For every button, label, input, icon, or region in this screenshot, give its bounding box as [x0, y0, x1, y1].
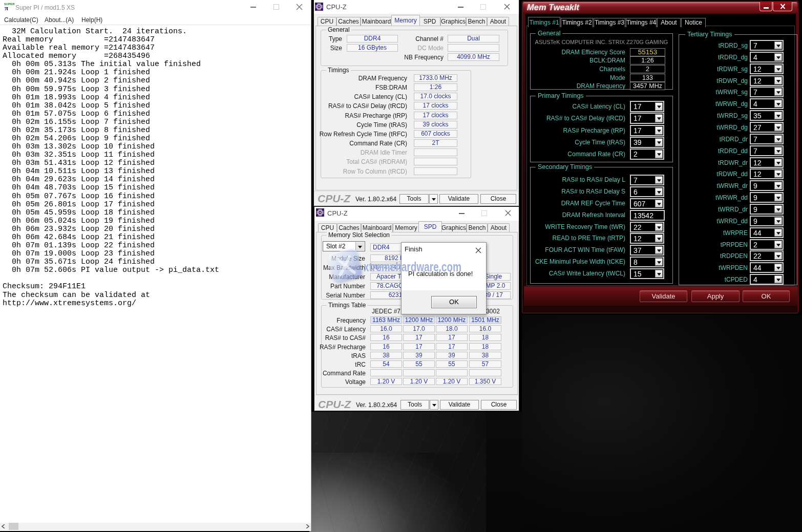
- svg-text:π: π: [5, 4, 8, 11]
